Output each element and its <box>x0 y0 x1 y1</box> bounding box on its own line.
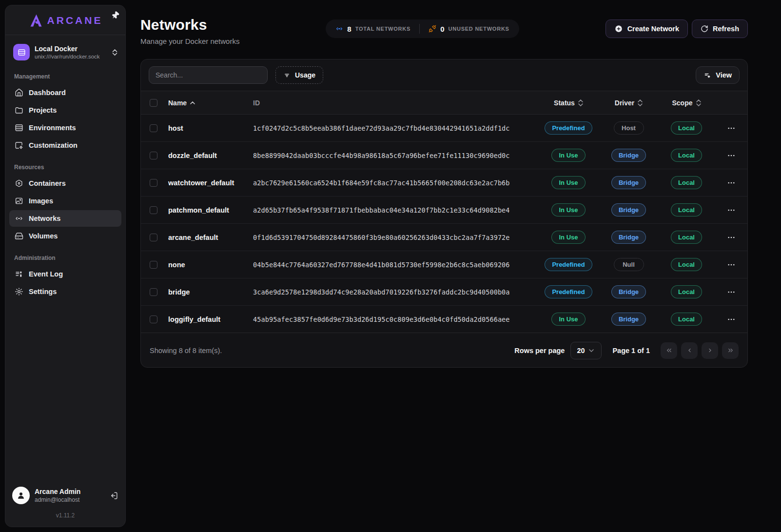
prev-page-icon <box>686 347 693 354</box>
select-all-checkbox[interactable] <box>150 99 157 107</box>
next-page-button[interactable] <box>702 342 718 359</box>
pagination-controls: Rows per page 20 Page 1 of 1 <box>514 342 739 359</box>
unused-networks-label: UNUSED NETWORKS <box>448 26 509 32</box>
sidebar-item-label: Settings <box>29 288 57 296</box>
usage-filter-button[interactable]: Usage <box>275 66 323 84</box>
network-id: 0f1d6d5391704750d89284475860f3b9e80a6025… <box>253 224 537 251</box>
page-header: Networks Manage your Docker networks 8 T… <box>140 17 748 45</box>
network-stats-pill: 8 TOTAL NETWORKS 0 UNUSED NETWORKS <box>326 20 519 38</box>
sort-asc-icon <box>190 101 195 104</box>
row-actions-button[interactable] <box>724 121 739 136</box>
arcane-logo-icon <box>28 13 43 28</box>
pin-sidebar-button[interactable] <box>111 11 119 20</box>
ellipsis-icon <box>727 260 736 269</box>
logout-button[interactable] <box>109 491 118 500</box>
stats-wrap: 8 TOTAL NETWORKS 0 UNUSED NETWORKS <box>239 17 605 38</box>
network-id: 04b5e844c7764a60327ed767788e4d41b081d573… <box>253 251 537 278</box>
chevron-down-icon <box>589 349 594 352</box>
column-header-name[interactable]: Name <box>168 91 253 115</box>
sidebar-item-environments[interactable]: Environments <box>9 119 121 136</box>
sidebar-item-images[interactable]: Images <box>9 193 121 209</box>
sidebar-item-projects[interactable]: Projects <box>9 102 121 118</box>
scope-badge: Local <box>671 285 702 298</box>
sidebar: ARCANE Local Docker unix:///var/run/dock… <box>5 5 126 527</box>
scope-badge: Local <box>671 121 702 135</box>
refresh-icon <box>701 25 708 33</box>
sort-icon <box>578 99 583 106</box>
user-card: Arcane Admin admin@localhost <box>5 481 125 506</box>
environments-icon <box>15 123 23 132</box>
sidebar-item-dashboard[interactable]: Dashboard <box>9 84 121 101</box>
row-checkbox[interactable] <box>150 234 157 241</box>
rows-per-page-select[interactable]: 20 <box>570 342 602 359</box>
table-row: arcane_default 0f1d6d5391704750d89284475… <box>141 224 747 251</box>
table-row: none 04b5e844c7764a60327ed767788e4d41b08… <box>141 251 747 278</box>
next-page-icon <box>706 347 714 354</box>
sidebar-item-event-log[interactable]: Event Log <box>9 266 121 282</box>
row-actions-button[interactable] <box>724 176 739 190</box>
status-badge: In Use <box>551 149 585 162</box>
row-actions-button[interactable] <box>724 203 739 217</box>
status-badge: In Use <box>551 203 585 217</box>
network-id: a2bc7629e61560ca6524b1f684e59fc8ac77ac41… <box>253 169 537 197</box>
environment-selector[interactable]: Local Docker unix:///var/run/docker.sock <box>11 42 119 62</box>
rows-per-page: Rows per page 20 <box>514 342 602 359</box>
row-checkbox[interactable] <box>150 261 157 269</box>
pin-icon <box>110 10 121 21</box>
row-actions-button[interactable] <box>724 230 739 245</box>
row-actions-button[interactable] <box>724 285 739 299</box>
network-name: patchmon_default <box>168 197 253 224</box>
row-checkbox[interactable] <box>150 315 157 323</box>
column-header-id: ID <box>253 91 537 115</box>
sidebar-item-settings[interactable]: Settings <box>9 283 121 300</box>
network-name: dozzle_default <box>168 142 253 169</box>
create-network-button[interactable]: Create Network <box>605 20 688 38</box>
pager <box>661 342 739 359</box>
first-page-button[interactable] <box>661 342 677 359</box>
sidebar-item-label: Networks <box>29 215 60 222</box>
row-checkbox[interactable] <box>150 179 157 187</box>
column-header-status[interactable]: Status <box>537 91 600 115</box>
row-checkbox[interactable] <box>150 124 157 132</box>
row-actions-button[interactable] <box>724 148 739 163</box>
search-input[interactable] <box>149 66 268 84</box>
table-body: host 1cf0247d2c5c8b5eeab386f1daee72d93aa… <box>141 115 747 333</box>
sidebar-item-networks[interactable]: Networks <box>9 210 121 227</box>
table-footer: Showing 8 of 8 item(s). Rows per page 20… <box>141 333 747 367</box>
view-options-button[interactable]: View <box>696 66 740 84</box>
column-header-driver[interactable]: Driver <box>600 91 658 115</box>
table-row: bridge 3ca6e9d2578e1298d3dd74c9e28a20abd… <box>141 278 747 306</box>
table-row: watchtower_default a2bc7629e61560ca6524b… <box>141 169 747 197</box>
ellipsis-icon <box>727 151 736 160</box>
ellipsis-icon <box>727 178 736 187</box>
table-row: patchmon_default a2d65b37fb65a4f9538f718… <box>141 197 747 224</box>
row-checkbox[interactable] <box>150 288 157 296</box>
sidebar-item-label: Dashboard <box>29 89 66 97</box>
sidebar-item-label: Volumes <box>29 232 58 240</box>
sidebar-item-containers[interactable]: Containers <box>9 175 121 192</box>
section-label-management: Management <box>5 63 125 84</box>
column-header-scope[interactable]: Scope <box>658 91 715 115</box>
row-checkbox[interactable] <box>150 206 157 214</box>
prev-page-button[interactable] <box>681 342 698 359</box>
status-badge: In Use <box>551 231 585 244</box>
ellipsis-icon <box>727 233 736 242</box>
status-badge: Predefined <box>545 285 592 298</box>
view-label: View <box>716 71 732 79</box>
sidebar-item-label: Images <box>29 197 53 205</box>
user-email: admin@localhost <box>35 496 80 503</box>
row-checkbox[interactable] <box>150 152 157 159</box>
sidebar-item-volumes[interactable]: Volumes <box>9 228 121 244</box>
unplug-icon <box>429 25 436 33</box>
network-id: 1cf0247d2c5c8b5eeab386f1daee72d93aa29c7f… <box>253 115 537 142</box>
row-actions-button[interactable] <box>724 257 739 272</box>
sidebar-item-customization[interactable]: Customization <box>9 137 121 154</box>
total-networks-stat: 8 TOTAL NETWORKS <box>335 25 410 33</box>
scope-badge: Local <box>671 176 702 189</box>
row-actions-button[interactable] <box>724 312 739 327</box>
brand-header: ARCANE <box>5 5 125 35</box>
last-page-button[interactable] <box>722 342 739 359</box>
page-title: Networks <box>140 17 239 33</box>
rows-per-page-value: 20 <box>577 347 585 355</box>
refresh-button[interactable]: Refresh <box>692 20 748 38</box>
